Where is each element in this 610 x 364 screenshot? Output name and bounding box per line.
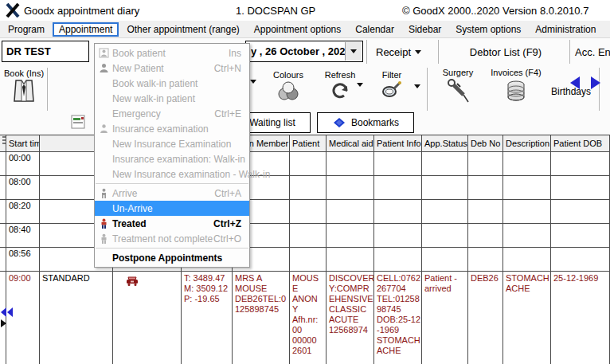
new-patient-icon — [95, 63, 112, 73]
time-slot-row[interactable]: 00:00 — [0, 152, 610, 176]
arrived-bed-icon — [125, 276, 139, 286]
filter-magnifier-icon — [381, 80, 403, 101]
app-title: Goodx appointment diary — [24, 5, 139, 17]
menu-other-appointment-range[interactable]: Other appointment (range) — [120, 22, 245, 37]
surgery-button[interactable]: Surgery — [434, 68, 482, 107]
appointment-patient-dob: 25-12-1969 — [551, 272, 610, 364]
book-ins-button[interactable]: Book (Ins) — [2, 68, 46, 104]
previous-day-button[interactable] — [570, 76, 580, 89]
filter-button[interactable]: Filter — [371, 70, 413, 103]
header-patient-info: Patient Info — [374, 135, 422, 152]
debtor-list-button[interactable]: Debtor List (F9) — [446, 46, 565, 58]
menu-bar: Program Appointment Other appointment (r… — [0, 21, 610, 38]
row-marker-cell — [0, 272, 6, 364]
header-app-status: App.Status — [422, 135, 468, 152]
menu-sidebar[interactable]: Sidebar — [402, 22, 448, 37]
surgery-label: Surgery — [434, 68, 482, 77]
syringe-icon — [446, 78, 470, 105]
appointment-patient-info: CELL:0762 267704 TEL:01258 98745 DOB:25-… — [374, 272, 422, 364]
slot-time: 08:40 — [6, 224, 40, 248]
current-row-marker-icon — [1, 319, 6, 327]
coins-stack-icon — [504, 78, 528, 104]
date-picker[interactable]: y , 26 October , 2020 — [245, 41, 363, 62]
appointment-description: STOMACH ACHE — [503, 272, 551, 364]
menu-item-new-insurance-examination-walk-in[interactable]: New Insurance examination - Walk-in — [95, 166, 249, 182]
treated-person-icon — [95, 218, 112, 229]
header-patient: Patient — [290, 135, 327, 152]
time-slot-row[interactable]: 08:56 — [0, 248, 610, 272]
menu-appointment[interactable]: Appointment — [53, 22, 119, 37]
toolbar-overflow-dropdown[interactable] — [250, 80, 256, 84]
appointment-medical-aid: DISCOVER Y:COMPR EHENSIVE CLASSIC ACUTE … — [327, 272, 374, 364]
diary-page-icon — [70, 114, 86, 130]
insurance-person-icon — [95, 123, 112, 134]
date-dropdown-button[interactable] — [345, 42, 362, 61]
book-patient-icon — [95, 48, 112, 58]
header-patient-dob: Patient DOB — [551, 135, 610, 152]
menu-system-options[interactable]: System options — [449, 22, 527, 37]
menu-administration[interactable]: Administration — [529, 22, 602, 37]
refresh-dropdown-arrow[interactable] — [357, 83, 363, 87]
appointment-app-status: Patient - arrived — [422, 272, 468, 364]
time-slot-row[interactable]: 08:00 — [0, 176, 610, 200]
receipt-dropdown[interactable]: Receipt — [376, 46, 421, 58]
menu-item-new-walk-in-patient[interactable]: New walk-in patient — [95, 91, 249, 106]
invoices-label: Invoices (F4) — [486, 68, 546, 77]
filter-label: Filter — [371, 70, 413, 80]
appointment-patient: MOUS E ANON Y Afh.nr: 00 00000 2601 — [290, 272, 327, 364]
invoices-button[interactable]: Invoices (F4) — [486, 68, 546, 105]
menu-item-book-walk-in-patient[interactable]: Book walk-in patient — [95, 76, 249, 91]
appointment-type: STANDARD — [40, 272, 113, 364]
appointment-amounts: T: 3489.47 M: 3509.12 P: -19.65 — [182, 272, 233, 364]
slot-time: 08:00 — [6, 176, 40, 200]
scroll-left-icon[interactable] — [1, 307, 13, 317]
menu-program[interactable]: Program — [2, 22, 51, 37]
appointment-status-icons — [113, 272, 182, 364]
menu-item-insurance-examination-walk-in[interactable]: Insurance examination: Walk-in — [95, 151, 249, 166]
appointment-deb-no: DEB26 — [468, 272, 503, 364]
diary-header-row: Start time Main Member Patient Medical a… — [0, 135, 610, 152]
goodx-logo-icon — [6, 3, 20, 18]
receipt-arrow-icon — [415, 50, 421, 54]
slot-time: 08:56 — [6, 248, 40, 272]
menu-item-postpone-appointments[interactable]: Postpone Appointments — [95, 250, 249, 265]
menu-item-treated[interactable]: Treated Ctrl+Z — [95, 216, 249, 231]
menu-appointment-options[interactable]: Appointment options — [248, 22, 347, 37]
acc-enq-button[interactable]: Acc. Enq. E — [575, 46, 610, 58]
goodx-appointment-diary-window: Goodx appointment diary 1. DOCSPAN GP © … — [0, 0, 610, 364]
not-complete-person-icon — [95, 233, 112, 244]
menu-item-new-insurance-examination[interactable]: New Insurance Examination — [95, 136, 249, 151]
menu-item-arrive[interactable]: Arrive Ctrl+A — [95, 186, 249, 201]
toolbar: Book (Ins) Colours Refresh — [0, 67, 610, 112]
receipt-label: Receipt — [376, 46, 411, 58]
tuxedo-icon — [14, 79, 34, 103]
menu-item-new-patient[interactable]: New Patient Ctrl+N — [95, 61, 249, 76]
bookmark-icon — [332, 117, 346, 128]
menu-calendar[interactable]: Calendar — [349, 22, 401, 37]
filter-dropdown-arrow[interactable] — [414, 84, 420, 88]
menu-separator — [96, 183, 248, 184]
colours-button[interactable]: Colours — [263, 70, 314, 103]
practice-name: 1. DOCSPAN GP — [236, 5, 315, 17]
bookmarks-button[interactable]: Bookmarks — [317, 112, 414, 133]
time-slot-row[interactable]: 08:20 — [0, 200, 610, 224]
header-deb-no: Deb No — [468, 135, 503, 152]
menu-item-emergency[interactable]: Emergency Ctrl+E — [95, 106, 249, 121]
menu-item-book-patient[interactable]: Book patient Ins — [95, 45, 249, 61]
slot-time: 00:00 — [6, 152, 40, 176]
appointment-dropdown-menu: Book patient Ins New Patient Ctrl+N Book… — [94, 43, 250, 268]
header-description: Description — [503, 135, 551, 152]
refresh-icon — [330, 80, 350, 101]
filter-bar: DR TEST y , 26 October , 2020 Receipt De… — [0, 38, 610, 67]
menu-item-insurance-examination[interactable]: Insurance examination — [95, 121, 249, 136]
time-slot-row[interactable]: 08:40 — [0, 224, 610, 248]
menu-item-un-arrive[interactable]: Un-Arrive — [95, 201, 249, 216]
menu-item-treatment-not-complete[interactable]: Treatment not complete Ctrl+O — [95, 231, 249, 246]
doctor-select[interactable]: DR TEST — [2, 41, 89, 62]
diary-grid: Start time Main Member Patient Medical a… — [0, 135, 610, 364]
grid-handle-header — [0, 135, 6, 152]
refresh-label: Refresh — [317, 70, 363, 80]
next-day-button[interactable] — [591, 76, 600, 89]
appointment-row[interactable]: 09:00 STANDARD T: 3489.47 M: 3509.12 P: … — [0, 272, 610, 364]
waiting-list-label: Waiting list — [249, 117, 295, 128]
